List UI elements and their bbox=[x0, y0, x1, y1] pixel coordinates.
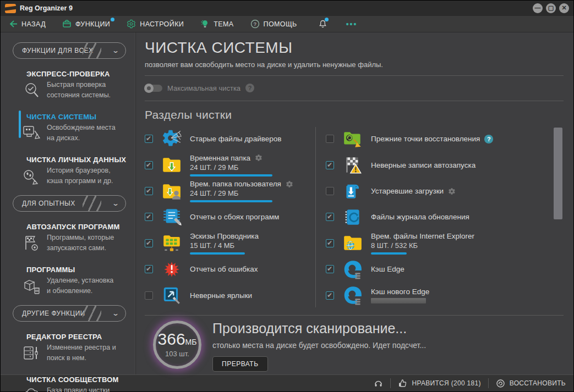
item-desc-line2: и обновление. bbox=[47, 286, 113, 296]
scan-status: 366МБ 103 шт. Производится сканирование.… bbox=[145, 321, 573, 372]
checkbox[interactable] bbox=[145, 213, 153, 221]
nav-theme[interactable]: ТЕМА bbox=[200, 19, 233, 29]
checkbox[interactable] bbox=[326, 187, 334, 195]
notifications-bell[interactable] bbox=[318, 19, 327, 29]
sidebar-item-express-check[interactable]: ЭКСПРЕСС-ПРОВЕРКА Быстрая проверка состо… bbox=[1, 64, 135, 107]
stripes-decoration bbox=[83, 305, 101, 322]
main-panel: ЧИСТКА СИСТЕМЫ позволяет вам освободить … bbox=[136, 32, 573, 374]
item-update-logs[interactable]: Файлы журнала обновления bbox=[326, 204, 557, 230]
checkbox[interactable] bbox=[326, 213, 334, 221]
item-label: Устаревшие загрузки bbox=[371, 187, 444, 195]
checkbox[interactable] bbox=[145, 239, 153, 247]
sidebar-group-all[interactable]: ФУНКЦИИ ДЛЯ ВСЕХ ⌄ bbox=[13, 42, 126, 59]
page-title: ЧИСТКА СИСТЕМЫ bbox=[145, 39, 573, 57]
item-restore-points[interactable]: Прежние точки восстановления ? bbox=[326, 126, 557, 152]
checkbox[interactable] bbox=[326, 265, 334, 273]
item-invalid-shortcuts[interactable]: Неверные ярлыки bbox=[145, 283, 315, 308]
checkbox[interactable] bbox=[145, 291, 153, 300]
checkbox[interactable] bbox=[326, 135, 334, 143]
like-button[interactable]: НРАВИТСЯ (200 181) bbox=[398, 379, 480, 388]
checkbox[interactable] bbox=[326, 239, 334, 247]
checkbox[interactable] bbox=[326, 291, 334, 300]
nav-back[interactable]: НАЗАД bbox=[8, 19, 46, 29]
item-invalid-autorun[interactable]: Неверные записи автозапуска bbox=[326, 152, 557, 178]
checkbox[interactable] bbox=[326, 161, 334, 169]
item-settings-icon[interactable] bbox=[286, 180, 293, 188]
scrollbar[interactable] bbox=[554, 126, 562, 308]
item-explorer-thumbnails[interactable]: Эскизы Проводника 15 ШТ. / 4 МБ bbox=[145, 230, 315, 256]
help-icon[interactable]: ? bbox=[245, 84, 254, 92]
item-label: Файлы журнала обновления bbox=[371, 213, 469, 221]
back-arrow-icon bbox=[8, 19, 18, 29]
minimize-button[interactable]: — bbox=[533, 3, 543, 13]
item-settings-icon[interactable] bbox=[448, 187, 456, 195]
footer-divider bbox=[390, 378, 391, 388]
max-clean-row: Максимальная чистка ? bbox=[145, 82, 573, 94]
lightbulb-icon bbox=[200, 19, 210, 29]
app-logo-icon bbox=[5, 4, 16, 13]
nav-theme-label: ТЕМА bbox=[214, 20, 233, 28]
item-new-edge-cache[interactable]: Кэш нового Edge bbox=[326, 283, 557, 308]
gear-icon bbox=[127, 19, 136, 29]
checkbox[interactable] bbox=[145, 265, 153, 273]
item-desc-line1: Быстрая проверка bbox=[47, 80, 111, 90]
checkbox[interactable] bbox=[145, 187, 153, 195]
sidebar-item-private-data[interactable]: ЧИСТКА ЛИЧНЫХ ДАННЫХ История браузеров, … bbox=[1, 150, 135, 193]
temp-folder-icon bbox=[161, 154, 182, 175]
item-ie-temp-files[interactable]: Врем. файлы Internet Explorer 8 ШТ. / 53… bbox=[326, 230, 557, 256]
cleanup-sections: Старые файлы драйверов Временная папка bbox=[145, 126, 573, 308]
cloud-code-broom-icon: </> bbox=[21, 385, 42, 392]
item-settings-icon[interactable] bbox=[255, 154, 263, 162]
item-help-icon[interactable]: ? bbox=[484, 135, 493, 143]
item-title: ЧИСТКА СИСТЕМЫ bbox=[26, 113, 130, 121]
box-trash-icon bbox=[21, 275, 42, 297]
sidebar-item-system-cleanup[interactable]: ЧИСТКА СИСТЕМЫ Освобождение места на дис… bbox=[1, 107, 135, 150]
item-temp-folder[interactable]: Временная папка 24 ШТ. / 29 МБ bbox=[145, 152, 315, 178]
cancel-scan-button[interactable]: ПРЕРВАТЬ bbox=[212, 356, 268, 372]
sidebar-item-programs[interactable]: ПРОГРАММЫ Удаление, установка и обновлен… bbox=[1, 260, 135, 303]
sidebar-group-advanced[interactable]: ДЛЯ ОПЫТНЫХ ⌄ bbox=[13, 195, 126, 212]
item-old-drivers[interactable]: Старые файлы драйверов bbox=[145, 126, 315, 152]
close-button[interactable]: ✕ bbox=[559, 3, 569, 13]
flag-gear-icon bbox=[21, 233, 42, 255]
scan-title: Производится сканирование... bbox=[212, 321, 426, 336]
max-clean-toggle[interactable] bbox=[145, 85, 162, 92]
sections-title: Разделы чистки bbox=[145, 108, 573, 122]
restore-points-icon bbox=[342, 129, 363, 150]
user-temp-folder-icon bbox=[161, 181, 182, 202]
item-title: ЧИСТКА ЛИЧНЫХ ДАННЫХ bbox=[26, 156, 130, 164]
scan-size: 366МБ bbox=[158, 332, 197, 350]
item-user-temp-folder[interactable]: Врем. папка пользователя 24 ШТ. / 29 МБ bbox=[145, 178, 315, 204]
main-menu-bar: НАЗАД ФУНКЦИИ НАСТРОЙКИ ТЕМА ? ПОМОЩЬ bbox=[1, 16, 573, 32]
drawers-screwdriver-icon bbox=[21, 343, 42, 365]
app-title: Reg Organizer 9 bbox=[20, 4, 73, 12]
sidebar-item-autorun[interactable]: АВТОЗАПУСК ПРОГРАММ Программы, которые з… bbox=[1, 217, 135, 260]
item-edge-cache[interactable]: Кэш Edge bbox=[326, 256, 557, 282]
support-button[interactable] bbox=[374, 379, 383, 388]
restore-button[interactable]: ВОССТАНОВИТЬ bbox=[496, 379, 566, 388]
checkbox[interactable] bbox=[145, 135, 153, 143]
item-old-downloads[interactable]: Устаревшие загрузки bbox=[326, 178, 557, 204]
scan-progress-ring: 366МБ 103 шт. bbox=[153, 321, 201, 369]
item-crash-reports[interactable]: Отчеты о сбоях программ bbox=[145, 204, 315, 230]
item-desc-line1: Освобождение места bbox=[47, 123, 116, 133]
nav-functions[interactable]: ФУНКЦИИ bbox=[62, 19, 110, 29]
bell-badge bbox=[325, 18, 329, 21]
more-menu[interactable]: ••• bbox=[346, 20, 358, 29]
scrollbar-thumb[interactable] bbox=[554, 128, 562, 219]
sidebar: ФУНКЦИИ ДЛЯ ВСЕХ ⌄ ЭКСПРЕСС-ПРОВЕРКА Быс… bbox=[1, 32, 136, 374]
sidebar-item-community-cleanup[interactable]: ЧИСТКА СООБЩЕСТВОМ </> База правил чистк… bbox=[1, 370, 135, 392]
nav-help[interactable]: ? ПОМОЩЬ bbox=[250, 19, 297, 29]
maximize-button[interactable]: ▢ bbox=[546, 3, 556, 13]
sidebar-group-other[interactable]: ДРУГИЕ ФУНКЦИИ ⌄ bbox=[13, 305, 126, 322]
checkbox[interactable] bbox=[145, 161, 153, 169]
sidebar-item-registry-editor[interactable]: РЕДАКТОР РЕЕСТРА Изменение реестра и пои… bbox=[1, 327, 135, 370]
item-error-reports[interactable]: Отчеты об ошибках bbox=[145, 256, 315, 282]
shortcut-repair-icon bbox=[161, 285, 182, 306]
item-title: АВТОЗАПУСК ПРОГРАММ bbox=[26, 223, 130, 231]
item-size: 15 ШТ. / 4 МБ bbox=[190, 241, 259, 250]
item-label: Кэш Edge bbox=[371, 265, 404, 273]
nav-settings[interactable]: НАСТРОЙКИ bbox=[127, 19, 184, 29]
item-size: 24 ШТ. / 29 МБ bbox=[190, 189, 293, 197]
magnifier-check-icon bbox=[21, 80, 42, 102]
